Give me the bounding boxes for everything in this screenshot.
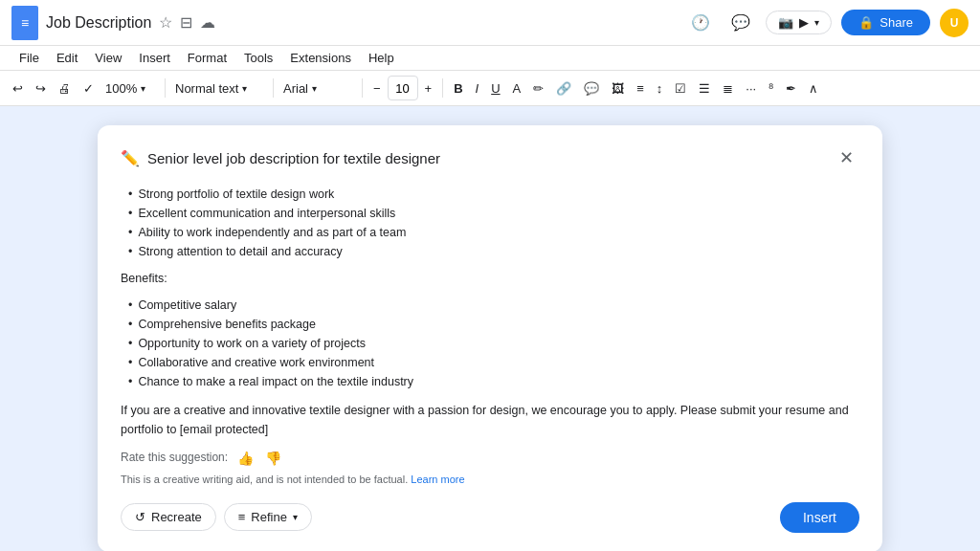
bullet-list-button[interactable]: ☰ xyxy=(694,75,715,101)
chevron-down-icon: ▾ xyxy=(814,17,819,28)
refine-button[interactable]: ≡ Refine ▾ xyxy=(224,503,312,531)
list-item: Opportunity to work on a variety of proj… xyxy=(128,334,859,353)
camera-button[interactable]: 📷 ▶ ▾ xyxy=(766,11,832,34)
insert-button[interactable]: Insert xyxy=(780,502,859,533)
footer-left: ↺ Recreate ≡ Refine ▾ xyxy=(121,503,312,531)
list-item: Strong attention to detail and accuracy xyxy=(128,242,859,261)
list-item: Ability to work independently and as par… xyxy=(128,223,859,242)
menu-help[interactable]: Help xyxy=(361,48,402,68)
style-value: Normal text xyxy=(175,81,238,96)
link-button[interactable]: 🔗 xyxy=(551,75,576,101)
benefits-label: Benefits: xyxy=(121,269,859,288)
zoom-select[interactable]: 100% ▾ xyxy=(101,75,159,101)
panel-content: Strong portfolio of textile design work … xyxy=(121,185,859,489)
comment-icon[interactable]: 💬 xyxy=(725,8,756,38)
disclaimer-text: This is a creative writing aid, and is n… xyxy=(121,474,408,485)
panel-title-row: ✏️ Senior level job description for text… xyxy=(121,149,440,167)
superscript-button[interactable]: ⁸ xyxy=(764,75,778,101)
menu-bar: File Edit View Insert Format Tools Exten… xyxy=(0,46,980,71)
pen-button[interactable]: ✒ xyxy=(781,75,801,101)
list-item: Chance to make a real impact on the text… xyxy=(128,372,859,391)
closing-text: If you are a creative and innovative tex… xyxy=(121,401,859,439)
comment-insert-button[interactable]: 💬 xyxy=(579,75,604,101)
separator-2 xyxy=(273,78,274,98)
bookmark-icon[interactable]: ⊟ xyxy=(180,13,192,32)
camera-icon: 📷 xyxy=(778,15,793,30)
list-item: Strong portfolio of textile design work xyxy=(128,185,859,204)
separator-4 xyxy=(442,78,443,98)
close-button[interactable]: ✕ xyxy=(833,144,859,171)
font-size-display: 10 xyxy=(388,76,418,100)
italic-button[interactable]: I xyxy=(471,75,484,101)
refine-chevron-icon: ▾ xyxy=(293,512,298,522)
more-options-button[interactable]: ··· xyxy=(741,75,761,101)
line-spacing-button[interactable]: ↕ xyxy=(652,75,668,101)
font-size-decrease-button[interactable]: − xyxy=(368,75,386,101)
disclaimer-area: This is a creative writing aid, and is n… xyxy=(121,472,859,489)
separator-1 xyxy=(165,78,166,98)
bold-button[interactable]: B xyxy=(449,75,467,101)
panel-footer: ↺ Recreate ≡ Refine ▾ Insert xyxy=(121,502,859,533)
font-size-group: − 10 + xyxy=(368,75,436,101)
zoom-chevron-icon: ▾ xyxy=(141,83,145,94)
menu-edit[interactable]: Edit xyxy=(49,48,85,68)
menu-insert[interactable]: Insert xyxy=(131,48,178,68)
style-chevron-icon: ▾ xyxy=(242,83,247,94)
list-item: Comprehensive benefits package xyxy=(128,315,859,334)
menu-format[interactable]: Format xyxy=(180,48,234,68)
text-color-button[interactable]: A xyxy=(508,75,526,101)
rating-area: Rate this suggestion: 👍 👎 xyxy=(121,449,859,468)
cloud-icon[interactable]: ☁ xyxy=(200,13,215,32)
title-left: Job Description ☆ ⊟ ☁ xyxy=(11,6,215,40)
learn-more-link[interactable]: Learn more xyxy=(411,474,464,485)
numbered-list-button[interactable]: ≣ xyxy=(718,75,738,101)
rate-label: Rate this suggestion: xyxy=(121,449,228,467)
font-size-increase-button[interactable]: + xyxy=(420,75,437,101)
underline-button[interactable]: U xyxy=(486,75,504,101)
redo-button[interactable]: ↪ xyxy=(31,75,51,101)
recreate-button[interactable]: ↺ Recreate xyxy=(121,503,216,531)
highlight-button[interactable]: ✏ xyxy=(528,75,548,101)
thumbs-down-button[interactable]: 👎 xyxy=(263,449,283,468)
style-select[interactable]: Normal text ▾ xyxy=(171,75,267,101)
checklist-button[interactable]: ☑ xyxy=(670,75,691,101)
avatar[interactable]: U xyxy=(940,9,969,37)
menu-extensions[interactable]: Extensions xyxy=(282,48,359,68)
font-value: Arial xyxy=(283,81,308,96)
menu-tools[interactable]: Tools xyxy=(236,48,280,68)
refine-label: Refine xyxy=(251,510,287,524)
doc-area: ✏️ Senior level job description for text… xyxy=(0,106,980,551)
title-bar: Job Description ☆ ⊟ ☁ 🕐 💬 📷 ▶ ▾ 🔒 Share … xyxy=(0,0,980,46)
menu-view[interactable]: View xyxy=(87,48,129,68)
star-icon[interactable]: ☆ xyxy=(159,13,172,32)
menu-file[interactable]: File xyxy=(11,48,47,68)
separator-3 xyxy=(362,78,363,98)
recreate-label: Recreate xyxy=(151,510,202,524)
collapse-button[interactable]: ∧ xyxy=(804,75,823,101)
spellcheck-button[interactable]: ✓ xyxy=(78,75,99,101)
camera-label: ▶ xyxy=(799,15,809,30)
toolbar: ↩ ↪ 🖨 ✓ 100% ▾ Normal text ▾ Arial ▾ − 1… xyxy=(0,71,980,106)
title-right: 🕐 💬 📷 ▶ ▾ 🔒 Share U xyxy=(685,8,969,38)
doc-icon xyxy=(11,6,38,40)
ai-pencil-icon: ✏️ xyxy=(121,149,140,167)
zoom-value: 100% xyxy=(105,81,137,96)
ai-panel: ✏️ Senior level job description for text… xyxy=(98,125,882,551)
doc-title: Job Description xyxy=(46,14,151,32)
image-button[interactable]: 🖼 xyxy=(607,75,629,101)
list-item: Competitive salary xyxy=(128,296,859,315)
list-item: Excellent communication and interpersona… xyxy=(128,204,859,223)
align-button[interactable]: ≡ xyxy=(632,75,649,101)
list-item: Collaborative and creative work environm… xyxy=(128,353,859,372)
benefits-list: Competitive salary Comprehensive benefit… xyxy=(121,296,859,391)
thumbs-up-button[interactable]: 👍 xyxy=(235,449,256,468)
print-button[interactable]: 🖨 xyxy=(54,75,76,101)
undo-button[interactable]: ↩ xyxy=(8,75,28,101)
history-icon[interactable]: 🕐 xyxy=(685,8,716,38)
font-select[interactable]: Arial ▾ xyxy=(279,75,356,101)
requirements-list: Strong portfolio of textile design work … xyxy=(121,185,859,261)
panel-header: ✏️ Senior level job description for text… xyxy=(121,144,859,171)
lock-icon: 🔒 xyxy=(858,15,874,30)
panel-title: Senior level job description for textile… xyxy=(147,150,440,166)
share-button[interactable]: 🔒 Share xyxy=(841,10,930,35)
